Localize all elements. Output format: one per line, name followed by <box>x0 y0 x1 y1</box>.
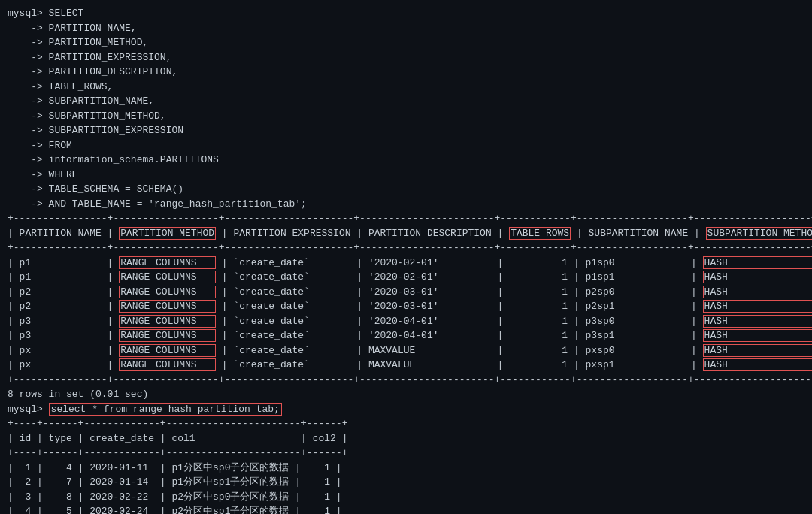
table2-content: +----+------+-------------+-------------… <box>8 416 804 514</box>
table1-content: +----------------+------------------+---… <box>8 211 804 402</box>
terminal-window: mysql> SELECT -> PARTITION_NAME, -> PART… <box>0 0 812 514</box>
result-table-2: +----+------+-------------+-------------… <box>8 416 804 514</box>
query2-block: mysql> select * from range_hash_partitio… <box>8 402 804 417</box>
query1-block: mysql> SELECT -> PARTITION_NAME, -> PART… <box>8 6 804 211</box>
result-table-1: +----------------+------------------+---… <box>8 211 804 402</box>
